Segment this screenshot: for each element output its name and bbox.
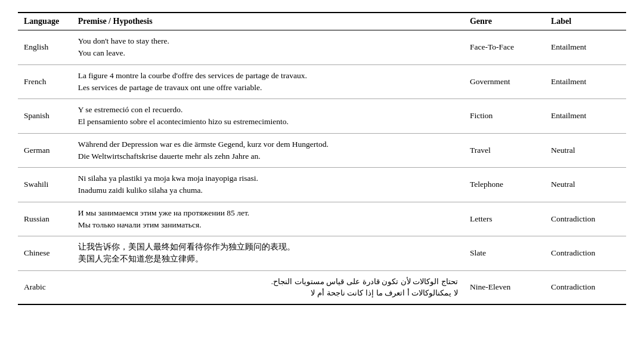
- premise-line2: You can leave.: [78, 48, 125, 57]
- cell-label: Contradiction: [545, 236, 626, 271]
- cell-genre: Telephone: [464, 168, 545, 202]
- cell-language: Swahili: [18, 168, 72, 202]
- table-row: SwahiliNi silaha ya plastiki ya moja kwa…: [18, 168, 626, 202]
- cell-premise: Während der Depression war es die ärmste…: [72, 133, 464, 168]
- table-header-row: Language Premise / Hypothesis Genre Labe…: [18, 13, 626, 30]
- table-row: Chinese让我告诉你，美国人最终如何看待你作为独立顾问的表现。美国人完全不知…: [18, 236, 626, 271]
- cell-label: Contradiction: [545, 270, 626, 304]
- header-label: Label: [545, 13, 626, 30]
- cell-premise: Ni silaha ya plastiki ya moja kwa moja i…: [72, 168, 464, 202]
- cell-premise: La figure 4 montre la courbe d'offre des…: [72, 64, 464, 99]
- premise-line1: تحتاج الوكالات لأن تكون قادرة على قياس م…: [271, 277, 458, 286]
- cell-genre: Nine-Eleven: [464, 270, 545, 304]
- table-row: RussianИ мы занимаемся этим уже на протя…: [18, 202, 626, 236]
- cell-genre: Travel: [464, 133, 545, 168]
- cell-premise: تحتاج الوكالات لأن تكون قادرة على قياس م…: [72, 270, 464, 304]
- cell-label: Neutral: [545, 168, 626, 202]
- cell-premise: 让我告诉你，美国人最终如何看待你作为独立顾问的表现。美国人完全不知道您是独立律师…: [72, 236, 464, 271]
- header-genre: Genre: [464, 13, 545, 30]
- cell-genre: Letters: [464, 202, 545, 236]
- premise-line2: Inadumu zaidi kuliko silaha ya chuma.: [78, 186, 203, 195]
- premise-line2: El pensamiento sobre el acontecimiento h…: [78, 117, 289, 126]
- cell-language: German: [18, 133, 72, 168]
- table-row: SpanishY se estremeció con el recuerdo.E…: [18, 99, 626, 134]
- premise-line1: 让我告诉你，美国人最终如何看待你作为独立顾问的表现。: [78, 242, 295, 251]
- cell-label: Entailment: [545, 30, 626, 65]
- premise-line1: You don't have to stay there.: [78, 36, 169, 45]
- premise-line2: لا يمكنالوكالات أ اتعرف ما إذا كانت ناجح…: [311, 288, 458, 297]
- premise-line2: 美国人完全不知道您是独立律师。: [78, 254, 203, 263]
- table-row: EnglishYou don't have to stay there.You …: [18, 30, 626, 65]
- premise-line1: Während der Depression war es die ärmste…: [78, 140, 329, 149]
- premise-line1: La figure 4 montre la courbe d'offre des…: [78, 71, 307, 80]
- cell-label: Contradiction: [545, 202, 626, 236]
- header-premise: Premise / Hypothesis: [72, 13, 464, 30]
- cell-premise: Y se estremeció con el recuerdo.El pensa…: [72, 99, 464, 134]
- premise-line2: Les services de partage de travaux ont u…: [78, 83, 262, 92]
- data-table: Language Premise / Hypothesis Genre Labe…: [18, 12, 626, 305]
- cell-language: English: [18, 30, 72, 65]
- header-language: Language: [18, 13, 72, 30]
- premise-line1: Ni silaha ya plastiki ya moja kwa moja i…: [78, 174, 258, 183]
- premise-line1: Y se estremeció con el recuerdo.: [78, 105, 183, 114]
- cell-genre: Slate: [464, 236, 545, 271]
- cell-language: Chinese: [18, 236, 72, 271]
- table-row: FrenchLa figure 4 montre la courbe d'off…: [18, 64, 626, 99]
- table-row: Arabicتحتاج الوكالات لأن تكون قادرة على …: [18, 270, 626, 304]
- cell-label: Neutral: [545, 133, 626, 168]
- cell-genre: Government: [464, 64, 545, 99]
- main-table-container: Language Premise / Hypothesis Genre Labe…: [18, 12, 626, 305]
- cell-genre: Face-To-Face: [464, 30, 545, 65]
- cell-label: Entailment: [545, 64, 626, 99]
- cell-language: Russian: [18, 202, 72, 236]
- table-row: GermanWährend der Depression war es die …: [18, 133, 626, 168]
- cell-language: French: [18, 64, 72, 99]
- cell-language: Spanish: [18, 99, 72, 134]
- cell-premise: You don't have to stay there.You can lea…: [72, 30, 464, 65]
- premise-line2: Die Weltwirtschaftskrise dauerte mehr al…: [78, 152, 261, 161]
- cell-label: Entailment: [545, 99, 626, 134]
- premise-line2: Мы только начали этим заниматься.: [78, 220, 202, 229]
- premise-line1: И мы занимаемся этим уже на протяжении 8…: [78, 208, 250, 217]
- cell-premise: И мы занимаемся этим уже на протяжении 8…: [72, 202, 464, 236]
- cell-genre: Fiction: [464, 99, 545, 134]
- cell-language: Arabic: [18, 270, 72, 304]
